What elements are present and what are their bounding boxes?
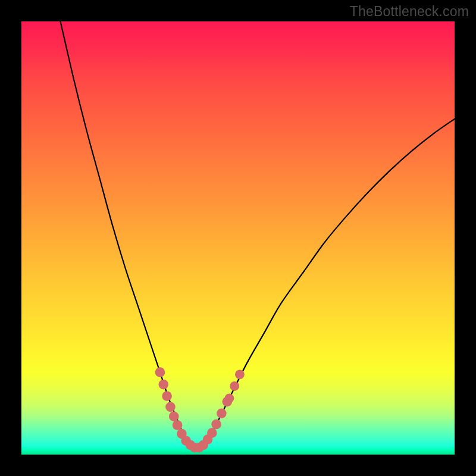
curve-marker bbox=[155, 367, 165, 377]
curve-marker bbox=[225, 393, 234, 403]
curve-marker bbox=[235, 369, 245, 379]
curve-markers bbox=[155, 367, 245, 452]
plot-area bbox=[21, 21, 455, 455]
curve-marker bbox=[207, 428, 217, 438]
curve-marker bbox=[165, 402, 176, 412]
bottleneck-curve bbox=[61, 21, 455, 448]
curve-marker bbox=[169, 412, 179, 422]
curve-marker bbox=[158, 380, 168, 390]
watermark-text: TheBottleneck.com bbox=[350, 4, 469, 20]
curve-layer bbox=[21, 21, 455, 455]
curve-marker bbox=[211, 419, 221, 430]
curve-marker bbox=[162, 391, 172, 401]
curve-marker bbox=[217, 409, 227, 419]
curve-marker bbox=[173, 420, 183, 430]
curve-marker bbox=[230, 381, 239, 391]
chart-frame: TheBottleneck.com bbox=[0, 0, 476, 476]
